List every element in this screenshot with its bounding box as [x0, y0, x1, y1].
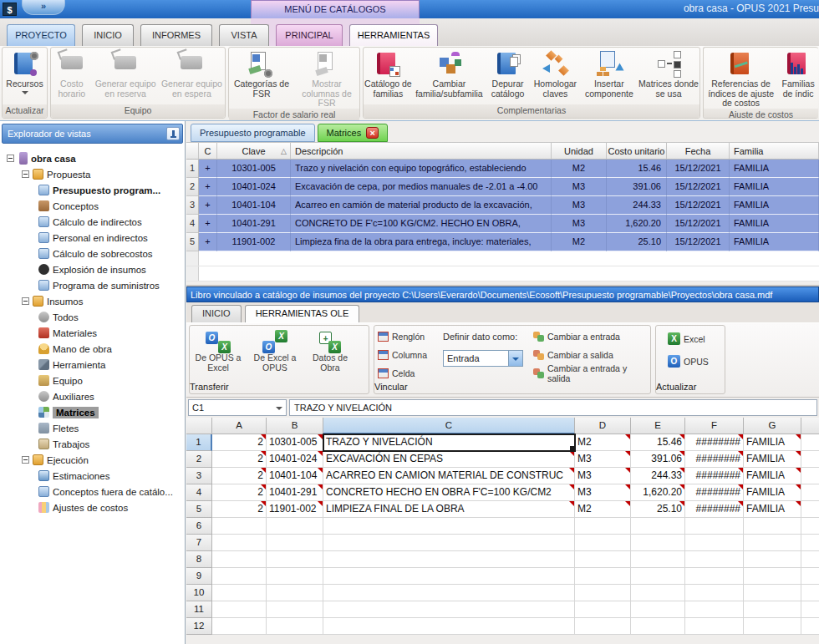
sheet-cell[interactable]	[685, 518, 744, 535]
sheet-cell[interactable]: 10401-024	[267, 451, 323, 468]
sheet-cell[interactable]: CONCRETO HECHO EN OBRA F'C=100 KG/CM2	[323, 484, 575, 501]
row-header[interactable]: 9	[186, 568, 212, 585]
row-header[interactable]: 6	[186, 518, 212, 535]
columna-button[interactable]: Columna	[374, 347, 443, 363]
mostrar-columnas-fsr-button[interactable]: Mostrar columnas de FSR	[294, 48, 359, 109]
sidebar-item-equipo[interactable]: Equipo	[5, 373, 185, 388]
sheet-cell[interactable]	[801, 585, 819, 601]
sheet-cell[interactable]	[267, 601, 323, 618]
renglon-button[interactable]: Renglón	[374, 328, 443, 344]
sidebar-item-calculo-indirectos[interactable]: Cálculo de indirectos	[5, 214, 185, 230]
sidebar-item-propuesta[interactable]: Propuesta	[5, 166, 185, 182]
sidebar-item-matrices[interactable]: Matrices	[5, 404, 185, 420]
tab-vista[interactable]: VISTA	[219, 24, 269, 46]
tab-matrices[interactable]: Matrices ×	[318, 124, 389, 142]
sheet-cell[interactable]	[685, 601, 744, 618]
collapse-icon[interactable]	[22, 297, 29, 305]
row-header[interactable]: 5	[186, 501, 212, 518]
sidebar-item-programa-suministros[interactable]: Programa de suministros	[5, 277, 185, 293]
sheet-cell[interactable]	[685, 585, 744, 601]
catalogo-familias-button[interactable]: Catálogo de familias	[364, 48, 413, 104]
col-header-d[interactable]: D	[575, 418, 631, 434]
sheet-cell[interactable]	[631, 568, 685, 585]
sidebar-item-ejecucion[interactable]: Ejecución	[5, 452, 185, 468]
row-header[interactable]: 10	[186, 585, 212, 601]
row-header[interactable]: 2	[186, 451, 212, 468]
table-row[interactable]: 5 + 11901-002 Limpieza fina de la obra p…	[186, 233, 819, 251]
referencias-indices-button[interactable]: Referencias de índices de ajuste de cost…	[704, 48, 778, 109]
col-header-b[interactable]: B	[267, 418, 323, 434]
de-opus-a-excel-button[interactable]: O X De OPUS a Excel	[190, 326, 247, 381]
sheet-cell[interactable]	[631, 518, 685, 535]
tab-principal[interactable]: PRINCIPAL	[276, 24, 343, 46]
sheet-cell[interactable]: FAMILIA	[744, 468, 801, 484]
generar-equipo-espera-button[interactable]: Generar equipo en espera	[159, 48, 225, 104]
sheet-cell[interactable]	[575, 585, 631, 601]
expand-cell[interactable]: +	[199, 215, 217, 233]
chevron-down-icon[interactable]	[272, 400, 286, 415]
sheet-cell[interactable]	[685, 551, 744, 568]
sidebar-item-mano-de-obra[interactable]: Mano de obra	[5, 341, 185, 357]
sheet-cell[interactable]	[323, 618, 575, 635]
row-header[interactable]: 8	[186, 551, 212, 568]
familias-indices-button[interactable]: Familias de índic	[778, 48, 818, 109]
row-header[interactable]: 11	[186, 601, 212, 618]
sheet-cell[interactable]	[575, 568, 631, 585]
sidebar-item-obra-casa[interactable]: obra casa	[5, 150, 185, 166]
sheet-cell[interactable]	[267, 518, 323, 535]
sheet-cell[interactable]	[801, 484, 819, 501]
categorias-fsr-button[interactable]: Categorías de FSR	[229, 48, 294, 109]
datos-de-obra-button[interactable]: + X Datos de Obra	[303, 326, 357, 381]
sheet-cell[interactable]: M2	[575, 501, 631, 518]
active-cell[interactable]: TRAZO Y NIVELACIÓN	[323, 434, 575, 451]
sheet-cell[interactable]	[801, 535, 819, 551]
sheet-cell[interactable]	[267, 585, 323, 601]
sheet-cell[interactable]: LIMPIEZA FINAL DE LA OBRA	[323, 501, 575, 518]
sheet-cell[interactable]	[801, 551, 819, 568]
sheet-cell[interactable]	[212, 568, 267, 585]
sheet-cell[interactable]	[323, 568, 575, 585]
sheet-cell[interactable]	[744, 518, 801, 535]
sheet-cell[interactable]	[801, 618, 819, 635]
sheet-cell[interactable]	[744, 618, 801, 635]
sheet-cell[interactable]	[744, 585, 801, 601]
table-row[interactable]: 1 + 10301-005 Trazo y nivelación con equ…	[186, 160, 819, 178]
row-header[interactable]: 1	[186, 434, 212, 451]
expand-cell[interactable]: +	[199, 160, 217, 178]
sheet-cell[interactable]: 1,620.20	[631, 484, 685, 501]
cambiar-a-salida-button[interactable]: Cambiar a salida	[530, 347, 650, 363]
tab-informes[interactable]: INFORMES	[140, 24, 212, 46]
sheet-cell[interactable]	[323, 535, 575, 551]
col-header-g[interactable]: G	[744, 418, 801, 434]
costo-horario-button[interactable]: Costo horario	[51, 48, 93, 104]
sheet-cell[interactable]	[685, 535, 744, 551]
sheet-cell[interactable]	[212, 518, 267, 535]
sheet-cell[interactable]: 25.10	[631, 501, 685, 518]
homologar-claves-button[interactable]: Homologar claves	[530, 48, 581, 104]
col-header-c[interactable]: C	[199, 142, 217, 160]
col-header-clave[interactable]: Clave △	[217, 142, 291, 160]
sheet-cell[interactable]	[744, 568, 801, 585]
sheet-cell[interactable]: FAMILIA	[744, 484, 801, 501]
row-header[interactable]: 12	[186, 618, 212, 635]
table-row[interactable]: 4 + 10401-291 CONCRETO DE F'c=100 KG/CM2…	[186, 215, 819, 233]
sidebar-item-estimaciones[interactable]: Estimaciones	[5, 468, 185, 484]
sidebar-item-fletes[interactable]: Fletes	[5, 420, 185, 436]
col-header-e[interactable]: E	[631, 418, 685, 434]
generar-equipo-reserva-button[interactable]: Generar equipo en reserva	[93, 48, 159, 104]
col-header-fecha[interactable]: Fecha	[667, 142, 730, 160]
sheet-cell[interactable]: ########	[685, 468, 744, 484]
sheet-cell[interactable]: FAMILIA	[744, 451, 801, 468]
tab-presupuesto-programable[interactable]: Presupuesto programable	[191, 124, 315, 142]
tab-inicio[interactable]: INICIO	[82, 24, 134, 46]
celda-button[interactable]: Celda	[374, 365, 443, 381]
col-header-familia[interactable]: Familia	[730, 142, 819, 160]
collapse-icon[interactable]	[7, 155, 14, 162]
name-box[interactable]: C1	[188, 399, 287, 416]
sheet-cell[interactable]: 15.46	[631, 434, 685, 451]
tab-herramientas-ole[interactable]: HERRAMIENTAS OLE	[245, 305, 360, 322]
sheet-cell[interactable]	[631, 551, 685, 568]
sheet-cell[interactable]	[212, 618, 267, 635]
row-header[interactable]: 4	[186, 484, 212, 501]
expand-cell[interactable]: +	[199, 233, 217, 251]
